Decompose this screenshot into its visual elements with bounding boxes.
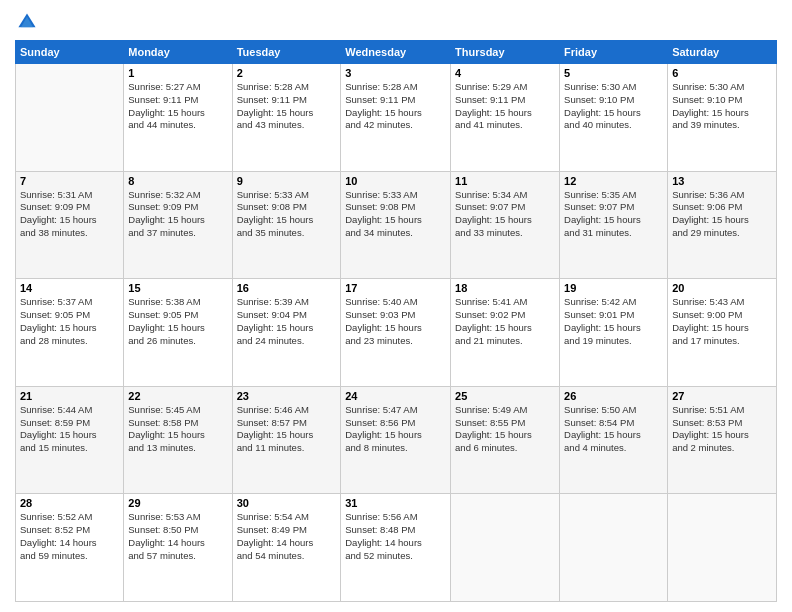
calendar-cell [451,494,560,602]
calendar-cell: 6Sunrise: 5:30 AMSunset: 9:10 PMDaylight… [668,64,777,172]
calendar-cell: 31Sunrise: 5:56 AMSunset: 8:48 PMDayligh… [341,494,451,602]
calendar-cell: 14Sunrise: 5:37 AMSunset: 9:05 PMDayligh… [16,279,124,387]
day-info: Sunrise: 5:36 AMSunset: 9:06 PMDaylight:… [672,189,772,240]
calendar-cell: 29Sunrise: 5:53 AMSunset: 8:50 PMDayligh… [124,494,232,602]
day-info: Sunrise: 5:28 AMSunset: 9:11 PMDaylight:… [345,81,446,132]
calendar-cell [560,494,668,602]
day-number: 11 [455,175,555,187]
day-number: 27 [672,390,772,402]
day-info: Sunrise: 5:38 AMSunset: 9:05 PMDaylight:… [128,296,227,347]
calendar-cell: 30Sunrise: 5:54 AMSunset: 8:49 PMDayligh… [232,494,341,602]
header [15,10,777,34]
day-info: Sunrise: 5:30 AMSunset: 9:10 PMDaylight:… [564,81,663,132]
day-number: 24 [345,390,446,402]
day-info: Sunrise: 5:52 AMSunset: 8:52 PMDaylight:… [20,511,119,562]
day-info: Sunrise: 5:29 AMSunset: 9:11 PMDaylight:… [455,81,555,132]
calendar-cell: 8Sunrise: 5:32 AMSunset: 9:09 PMDaylight… [124,171,232,279]
day-number: 9 [237,175,337,187]
day-info: Sunrise: 5:50 AMSunset: 8:54 PMDaylight:… [564,404,663,455]
day-info: Sunrise: 5:30 AMSunset: 9:10 PMDaylight:… [672,81,772,132]
day-info: Sunrise: 5:56 AMSunset: 8:48 PMDaylight:… [345,511,446,562]
calendar-cell: 4Sunrise: 5:29 AMSunset: 9:11 PMDaylight… [451,64,560,172]
day-info: Sunrise: 5:34 AMSunset: 9:07 PMDaylight:… [455,189,555,240]
day-info: Sunrise: 5:33 AMSunset: 9:08 PMDaylight:… [345,189,446,240]
day-info: Sunrise: 5:41 AMSunset: 9:02 PMDaylight:… [455,296,555,347]
day-number: 13 [672,175,772,187]
day-number: 18 [455,282,555,294]
day-number: 15 [128,282,227,294]
day-number: 1 [128,67,227,79]
calendar-cell: 26Sunrise: 5:50 AMSunset: 8:54 PMDayligh… [560,386,668,494]
day-number: 4 [455,67,555,79]
day-number: 7 [20,175,119,187]
calendar-cell: 10Sunrise: 5:33 AMSunset: 9:08 PMDayligh… [341,171,451,279]
logo-icon [15,10,39,34]
day-info: Sunrise: 5:32 AMSunset: 9:09 PMDaylight:… [128,189,227,240]
day-number: 20 [672,282,772,294]
day-number: 5 [564,67,663,79]
calendar-cell: 16Sunrise: 5:39 AMSunset: 9:04 PMDayligh… [232,279,341,387]
calendar-cell: 18Sunrise: 5:41 AMSunset: 9:02 PMDayligh… [451,279,560,387]
calendar-cell: 15Sunrise: 5:38 AMSunset: 9:05 PMDayligh… [124,279,232,387]
calendar-cell: 12Sunrise: 5:35 AMSunset: 9:07 PMDayligh… [560,171,668,279]
day-number: 16 [237,282,337,294]
day-info: Sunrise: 5:27 AMSunset: 9:11 PMDaylight:… [128,81,227,132]
calendar-cell: 13Sunrise: 5:36 AMSunset: 9:06 PMDayligh… [668,171,777,279]
calendar-cell: 24Sunrise: 5:47 AMSunset: 8:56 PMDayligh… [341,386,451,494]
calendar-cell: 2Sunrise: 5:28 AMSunset: 9:11 PMDaylight… [232,64,341,172]
calendar-week-row: 1Sunrise: 5:27 AMSunset: 9:11 PMDaylight… [16,64,777,172]
day-number: 14 [20,282,119,294]
day-number: 23 [237,390,337,402]
calendar-table: SundayMondayTuesdayWednesdayThursdayFrid… [15,40,777,602]
calendar-body: 1Sunrise: 5:27 AMSunset: 9:11 PMDaylight… [16,64,777,602]
calendar-week-row: 21Sunrise: 5:44 AMSunset: 8:59 PMDayligh… [16,386,777,494]
weekday-header-monday: Monday [124,41,232,64]
day-info: Sunrise: 5:28 AMSunset: 9:11 PMDaylight:… [237,81,337,132]
day-info: Sunrise: 5:44 AMSunset: 8:59 PMDaylight:… [20,404,119,455]
day-info: Sunrise: 5:46 AMSunset: 8:57 PMDaylight:… [237,404,337,455]
logo [15,10,43,34]
calendar-cell: 20Sunrise: 5:43 AMSunset: 9:00 PMDayligh… [668,279,777,387]
page: SundayMondayTuesdayWednesdayThursdayFrid… [0,0,792,612]
calendar-cell: 19Sunrise: 5:42 AMSunset: 9:01 PMDayligh… [560,279,668,387]
day-number: 26 [564,390,663,402]
day-number: 29 [128,497,227,509]
day-info: Sunrise: 5:31 AMSunset: 9:09 PMDaylight:… [20,189,119,240]
calendar-cell: 23Sunrise: 5:46 AMSunset: 8:57 PMDayligh… [232,386,341,494]
weekday-header-sunday: Sunday [16,41,124,64]
calendar-week-row: 28Sunrise: 5:52 AMSunset: 8:52 PMDayligh… [16,494,777,602]
day-info: Sunrise: 5:51 AMSunset: 8:53 PMDaylight:… [672,404,772,455]
weekday-header-wednesday: Wednesday [341,41,451,64]
day-number: 30 [237,497,337,509]
calendar-cell: 7Sunrise: 5:31 AMSunset: 9:09 PMDaylight… [16,171,124,279]
day-number: 22 [128,390,227,402]
day-info: Sunrise: 5:49 AMSunset: 8:55 PMDaylight:… [455,404,555,455]
calendar-cell: 3Sunrise: 5:28 AMSunset: 9:11 PMDaylight… [341,64,451,172]
weekday-header-saturday: Saturday [668,41,777,64]
day-info: Sunrise: 5:40 AMSunset: 9:03 PMDaylight:… [345,296,446,347]
calendar-cell: 9Sunrise: 5:33 AMSunset: 9:08 PMDaylight… [232,171,341,279]
day-number: 31 [345,497,446,509]
day-number: 17 [345,282,446,294]
calendar-header-row: SundayMondayTuesdayWednesdayThursdayFrid… [16,41,777,64]
calendar-cell [16,64,124,172]
calendar-cell: 11Sunrise: 5:34 AMSunset: 9:07 PMDayligh… [451,171,560,279]
calendar-cell: 17Sunrise: 5:40 AMSunset: 9:03 PMDayligh… [341,279,451,387]
day-number: 28 [20,497,119,509]
day-info: Sunrise: 5:33 AMSunset: 9:08 PMDaylight:… [237,189,337,240]
day-number: 21 [20,390,119,402]
day-number: 10 [345,175,446,187]
weekday-header-tuesday: Tuesday [232,41,341,64]
calendar-cell: 28Sunrise: 5:52 AMSunset: 8:52 PMDayligh… [16,494,124,602]
weekday-header-thursday: Thursday [451,41,560,64]
day-info: Sunrise: 5:42 AMSunset: 9:01 PMDaylight:… [564,296,663,347]
day-number: 19 [564,282,663,294]
day-info: Sunrise: 5:53 AMSunset: 8:50 PMDaylight:… [128,511,227,562]
day-info: Sunrise: 5:43 AMSunset: 9:00 PMDaylight:… [672,296,772,347]
day-info: Sunrise: 5:35 AMSunset: 9:07 PMDaylight:… [564,189,663,240]
calendar-cell: 27Sunrise: 5:51 AMSunset: 8:53 PMDayligh… [668,386,777,494]
day-number: 25 [455,390,555,402]
calendar-week-row: 14Sunrise: 5:37 AMSunset: 9:05 PMDayligh… [16,279,777,387]
day-info: Sunrise: 5:37 AMSunset: 9:05 PMDaylight:… [20,296,119,347]
day-number: 12 [564,175,663,187]
